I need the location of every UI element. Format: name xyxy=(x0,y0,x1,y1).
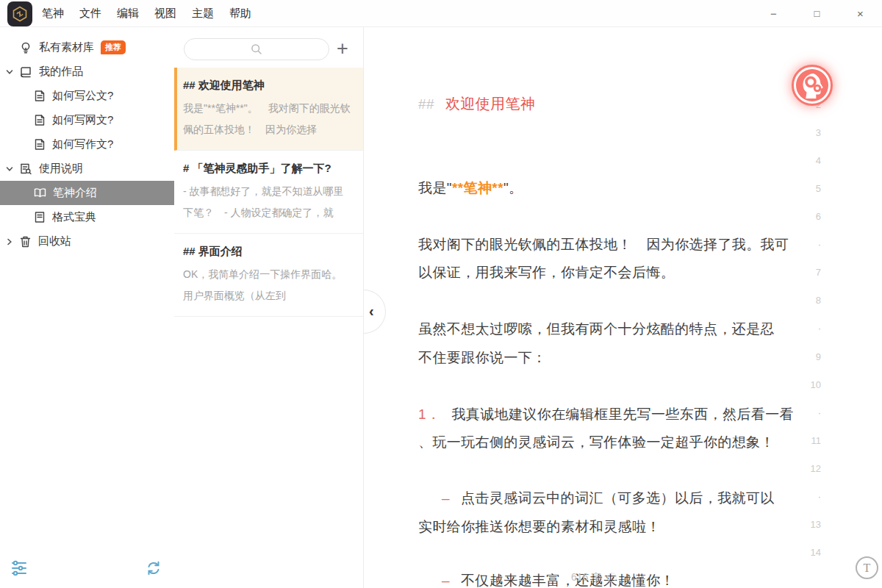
text-segment: 不住要跟你说一下： xyxy=(418,350,547,365)
doc-search-icon xyxy=(19,162,32,176)
search-box xyxy=(184,38,329,60)
word-count-value: 616 字 xyxy=(571,571,601,583)
chevron-down-icon[interactable] xyxy=(6,68,13,76)
emphasis-segment: **笔神** xyxy=(452,180,503,196)
sidebar-item-label: 如何写作文? xyxy=(52,137,113,151)
sidebar-item-label: 格式宝典 xyxy=(52,210,96,224)
text-segment: 我是" xyxy=(418,180,452,196)
sidebar-item-doc-zuowen[interactable]: 如何写作文? xyxy=(0,132,174,157)
recommend-badge: 推荐 xyxy=(101,40,126,54)
editor-line: 实时给你推送你想要的素材和灵感啦！ xyxy=(418,517,661,537)
book-open-icon xyxy=(34,187,46,198)
doc-title: ## 欢迎使用笔神 xyxy=(183,77,353,93)
menu-item-app[interactable]: 笔神 xyxy=(42,7,64,21)
line-number: 10 xyxy=(802,379,821,392)
editor-line: 我对阁下的眼光钦佩的五体投地！ 因为你选择了我。我可 xyxy=(418,234,789,255)
bullet-marker: – xyxy=(442,490,450,506)
app-logo-icon xyxy=(7,1,32,26)
sidebar-item-label: 我的作品 xyxy=(39,65,83,79)
line-number: 3 xyxy=(802,126,821,140)
text-segment: 我对阁下的眼光钦佩的五体投地！ 因为你选择了我。我可 xyxy=(418,237,789,252)
file-icon xyxy=(34,138,46,151)
line-number: 13 xyxy=(802,518,821,531)
brain-gears-icon xyxy=(796,69,828,101)
book-icon xyxy=(19,65,32,79)
text-segment: "。 xyxy=(503,180,523,196)
sidebar-item-label: 使用说明 xyxy=(39,162,83,176)
search-input[interactable] xyxy=(184,39,329,60)
wrap-indicator: · xyxy=(802,490,821,503)
search-row: + xyxy=(174,27,363,68)
window-controls: − □ × xyxy=(752,0,882,27)
text-segment: 实时给你推送你想要的素材和灵感啦！ xyxy=(418,519,661,534)
app-window: 笔神 文件 编辑 视图 主题 帮助 − □ × 私有素材库 推荐 xyxy=(0,0,882,588)
inspiration-assistant-button[interactable] xyxy=(792,65,833,106)
wrap-indicator: · xyxy=(802,322,821,335)
text-segment: 以保证，用我来写作，你肯定不会后悔。 xyxy=(418,265,675,280)
sidebar-item-my-works[interactable]: 我的作品 xyxy=(0,60,174,84)
sidebar-item-label: 回收站 xyxy=(38,234,71,248)
editor-line: 1．我真诚地建议你在编辑框里先写一些东西，然后看一看 xyxy=(418,404,794,425)
line-number: 7 xyxy=(802,266,821,279)
sidebar-item-label: 私有素材库 xyxy=(39,40,94,54)
line-number: 14 xyxy=(802,546,821,559)
sidebar: 私有素材库 推荐 我的作品 如何写公文? 如何写网文? xyxy=(0,27,174,588)
sync-icon[interactable] xyxy=(145,559,162,580)
sync-status-icon xyxy=(607,573,617,582)
sidebar-item-label: 如何写网文? xyxy=(52,113,113,127)
editor-line: 我是"**笔神**"。 xyxy=(418,178,523,198)
sidebar-item-label: 笔神介绍 xyxy=(53,186,97,200)
markdown-heading-prefix: ## xyxy=(418,96,434,112)
sidebar-item-usage[interactable]: 使用说明 xyxy=(0,157,174,181)
sidebar-item-format-book[interactable]: 格式宝典 xyxy=(0,205,174,229)
filter-sliders-icon[interactable] xyxy=(10,558,30,581)
doc-preview: - 故事都想好了，就是不知道从哪里下笔？ - 人物设定都确定了，就 xyxy=(183,181,353,223)
editor-title-line: ##欢迎使用笔神 xyxy=(418,93,535,114)
editor-line: 、玩一玩右侧的灵感词云，写作体验一定超乎你的想象！ xyxy=(418,432,775,453)
sidebar-toolbar xyxy=(0,554,174,588)
menu: 笔神 文件 编辑 视图 主题 帮助 xyxy=(42,7,251,21)
doc-title: # 「笔神灵感助手」了解一下? xyxy=(183,160,353,176)
sidebar-item-doc-gongwen[interactable]: 如何写公文? xyxy=(0,84,174,108)
doc-preview: OK，我简单介绍一下操作界面哈。 用户界面概览（从左到 xyxy=(183,264,353,306)
text-segment: 、玩一玩右侧的灵感词云，写作体验一定超乎你的想象！ xyxy=(418,434,775,450)
doc-list-item-assistant[interactable]: # 「笔神灵感助手」了解一下? - 故事都想好了，就是不知道从哪里下笔？ - 人… xyxy=(174,151,363,234)
editor-line: –点击灵感词云中的词汇（可多选）以后，我就可以 xyxy=(442,488,775,509)
maximize-button[interactable]: □ xyxy=(795,0,839,27)
collapse-chevron-icon: ‹ xyxy=(369,303,374,320)
menu-item-help[interactable]: 帮助 xyxy=(229,7,251,21)
trash-icon xyxy=(19,235,32,248)
editor-surface[interactable]: ##欢迎使用笔神 我是"**笔神**"。 我对阁下的眼光钦佩的五体投地！ 因为你… xyxy=(365,27,882,588)
text-segment: 虽然不想太过啰嗦，但我有两个十分炫酷的特点，还是忍 xyxy=(418,321,775,337)
close-button[interactable]: × xyxy=(839,0,882,27)
sidebar-item-label: 如何写公文? xyxy=(52,89,113,103)
chevron-down-icon[interactable] xyxy=(6,165,13,173)
menu-item-edit[interactable]: 编辑 xyxy=(117,7,139,21)
menu-item-theme[interactable]: 主题 xyxy=(192,7,214,21)
menu-item-file[interactable]: 文件 xyxy=(79,7,101,21)
typography-button[interactable]: T xyxy=(856,556,878,579)
wrap-indicator: · xyxy=(802,238,821,251)
file-icon xyxy=(34,211,46,223)
doc-preview: 我是"**笔神**"。 我对阁下的眼光钦佩的五体投地！ 因为你选择 xyxy=(183,98,353,140)
line-number: 9 xyxy=(802,351,821,364)
doc-title: ## 界面介绍 xyxy=(183,243,353,259)
sidebar-item-doc-wangwen[interactable]: 如何写网文? xyxy=(0,108,174,132)
lightbulb-icon xyxy=(19,41,32,54)
sidebar-item-material-library[interactable]: 私有素材库 推荐 xyxy=(0,35,174,60)
minimize-button[interactable]: − xyxy=(752,0,795,27)
document-list-panel: + ## 欢迎使用笔神 我是"**笔神**"。 我对阁下的眼光钦佩的五体投地！ … xyxy=(174,27,364,588)
line-number: 11 xyxy=(802,434,821,448)
editor-line: 虽然不想太过啰嗦，但我有两个十分炫酷的特点，还是忍 xyxy=(418,319,775,340)
sidebar-item-trash[interactable]: 回收站 xyxy=(0,229,174,254)
doc-list-item-welcome[interactable]: ## 欢迎使用笔神 我是"**笔神**"。 我对阁下的眼光钦佩的五体投地！ 因为… xyxy=(174,68,363,151)
chevron-right-icon[interactable] xyxy=(6,238,13,245)
file-icon xyxy=(34,90,46,102)
ordered-list-marker: 1． xyxy=(418,406,440,422)
menu-item-view[interactable]: 视图 xyxy=(154,7,176,21)
new-document-button[interactable]: + xyxy=(331,37,354,60)
menubar: 笔神 文件 编辑 视图 主题 帮助 − □ × xyxy=(0,0,882,27)
doc-list-item-interface[interactable]: ## 界面介绍 OK，我简单介绍一下操作界面哈。 用户界面概览（从左到 xyxy=(174,234,363,317)
sidebar-item-bishen-intro[interactable]: 笔神介绍 xyxy=(0,181,174,205)
line-number: 5 xyxy=(802,182,821,196)
